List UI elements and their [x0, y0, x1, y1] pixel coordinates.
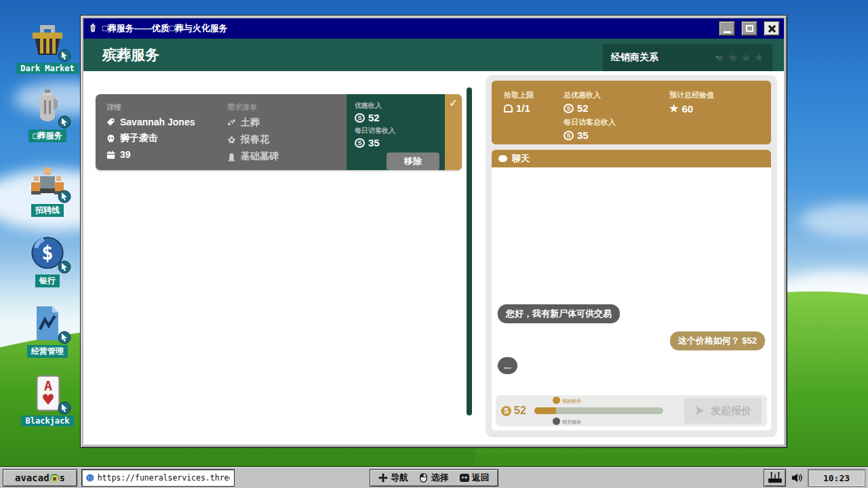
pickup-limit-value: 1/1 — [516, 102, 530, 114]
total-xp-value: 60 — [682, 103, 693, 115]
desktop-icon-recruitment[interactable]: 招聘线 — [14, 163, 81, 217]
router-icon — [768, 472, 783, 484]
check-icon: ✓ — [449, 97, 458, 170]
globe-icon — [86, 473, 94, 483]
svg-text:$: $ — [41, 241, 53, 264]
total-daily-value: 35 — [577, 129, 589, 141]
star-icon: ★ — [669, 102, 678, 115]
star-icon: ★ — [754, 52, 764, 64]
svg-text:♥: ♥ — [41, 391, 55, 408]
customer-card[interactable]: 详情 Savannah Jones 狮子袭击 — [96, 94, 462, 170]
their-offer-marker — [553, 418, 560, 425]
tag-icon — [106, 118, 115, 127]
cursor-badge-icon — [58, 401, 71, 415]
minimize-icon — [724, 31, 731, 33]
start-button[interactable]: avacad s — [3, 469, 77, 487]
speaker-icon — [791, 472, 803, 483]
remove-button[interactable]: 移除 — [387, 152, 439, 170]
coin-icon: S — [501, 406, 511, 416]
input-hints-group: 导航 选择 返回 — [370, 469, 498, 487]
minimize-button[interactable] — [719, 21, 735, 36]
demand-item: 土葬 — [241, 117, 260, 129]
pickup-limit-label: 拾取上限 — [504, 90, 564, 100]
close-icon — [768, 24, 776, 33]
select-hint[interactable]: 选择 — [419, 472, 448, 484]
mouse-icon — [419, 473, 428, 483]
chat-messages: 您好，我有新尸体可供交易 这个价格如何？ $52 ... — [492, 167, 771, 395]
window-titlebar[interactable]: □葬服务——优质□葬与火化服务 — [83, 18, 784, 39]
demand-item: 报春花 — [241, 134, 269, 146]
star-icon: ★ — [728, 52, 738, 64]
dealer-relationship-label: 经销商关系 — [611, 52, 715, 64]
trade-panel: 拾取上限 1/1 总优惠收入 S 52 每日访客总收入 — [486, 75, 776, 436]
daily-income-value: 35 — [368, 137, 380, 148]
chat-message-outgoing: 这个价格如何？ $52 — [670, 331, 765, 350]
send-icon — [694, 405, 705, 416]
dealer-relationship-panel: 经销商关系 ★ ★ ★ ★ ★ — [603, 44, 772, 71]
shovel-icon — [227, 119, 236, 127]
desktop-icon-blackjack[interactable]: A ♥ Blackjack — [14, 374, 81, 426]
chat-typing-indicator: ... — [498, 357, 517, 374]
your-offer-handle[interactable] — [553, 396, 560, 404]
send-offer-button[interactable]: 发起报价 — [684, 398, 762, 424]
star-icon: ★ — [741, 52, 751, 64]
window-urn-icon — [87, 23, 98, 34]
skull-icon — [106, 134, 115, 143]
cursor-badge-icon — [58, 190, 71, 203]
nav-hint-label: 导航 — [391, 472, 408, 484]
offer-slider[interactable]: 你的报价 对方报价 — [534, 407, 663, 414]
daily-income-label: 每日访客收入 — [355, 126, 439, 136]
send-offer-label: 发起报价 — [711, 405, 751, 418]
back-hint[interactable]: 返回 — [460, 472, 490, 484]
total-daily-label: 每日访客总收入 — [564, 117, 669, 127]
customer-name: Savannah Jones — [120, 117, 195, 127]
cursor-badge-icon — [58, 331, 71, 344]
cursor-badge-icon — [58, 260, 71, 274]
dpad-icon — [378, 473, 388, 483]
chat-message-incoming: 您好，我有新尸体可供交易 — [498, 304, 620, 323]
start-label: s — [60, 472, 65, 483]
desktop-icon-bank[interactable]: $ 银行 — [14, 233, 81, 287]
discount-income-value: 52 — [368, 112, 380, 123]
taskbar-clock: 10:23 — [808, 469, 865, 487]
close-button[interactable] — [764, 21, 780, 36]
tombstone-icon — [504, 104, 513, 113]
volume-tray-button[interactable] — [787, 469, 806, 487]
network-tray-button[interactable] — [764, 469, 786, 487]
window-title: □葬服务——优质□葬与火化服务 — [102, 22, 713, 35]
address-bar[interactable]: https://funeralservices.threewg... — [81, 469, 235, 487]
cursor-badge-icon — [58, 49, 71, 62]
select-hint-label: 选择 — [431, 472, 448, 484]
desktop-icon-funeral-services[interactable]: □葬服务 — [14, 88, 81, 142]
total-xp-label: 预计总经验值 — [669, 90, 771, 100]
start-label: avacad — [15, 472, 50, 483]
page-title: 殡葬服务 — [102, 45, 159, 64]
desktop-icon-label: Dark Market — [16, 63, 78, 74]
tombstone-icon — [227, 152, 236, 161]
desktop-icon-dark-market[interactable]: Dark Market — [14, 22, 81, 74]
discount-income-label: 优惠收入 — [355, 101, 439, 110]
url-text: https://funeralservices.threewg... — [98, 473, 230, 483]
desktop-icon-management[interactable]: 经营管理 — [14, 304, 81, 358]
desktop-icon-label: 招聘线 — [31, 204, 64, 217]
back-key-icon — [460, 474, 469, 482]
card-selected-strip: ✓ — [445, 94, 462, 170]
total-discount-value: 52 — [577, 102, 589, 114]
avocado-icon — [50, 474, 59, 483]
customer-age: 39 — [120, 149, 131, 160]
cursor-badge-icon — [58, 115, 71, 129]
offer-bar: S 52 你的报价 对方报价 — [496, 395, 767, 426]
card-income-section: 优惠收入 S 52 每日访客收入 S 35 移除 — [347, 94, 445, 170]
nav-hint[interactable]: 导航 — [378, 472, 408, 484]
desktop-icon-label: 银行 — [35, 274, 60, 287]
game-window: □葬服务——优质□葬与火化服务 殡葬服务 经销商关系 ★ ★ ★ ★ ★ — [80, 15, 787, 448]
desktop-icon-label: 经营管理 — [27, 345, 68, 358]
maximize-icon — [746, 25, 753, 32]
chat-icon — [498, 155, 507, 162]
coin-icon: S — [355, 138, 365, 148]
maximize-button[interactable] — [741, 21, 757, 36]
chat-header: 聊天 — [492, 150, 771, 167]
page-header: 殡葬服务 经销商关系 ★ ★ ★ ★ ★ — [83, 39, 784, 71]
list-scrollbar[interactable] — [467, 87, 472, 415]
cause-of-death: 狮子袭击 — [120, 132, 158, 144]
